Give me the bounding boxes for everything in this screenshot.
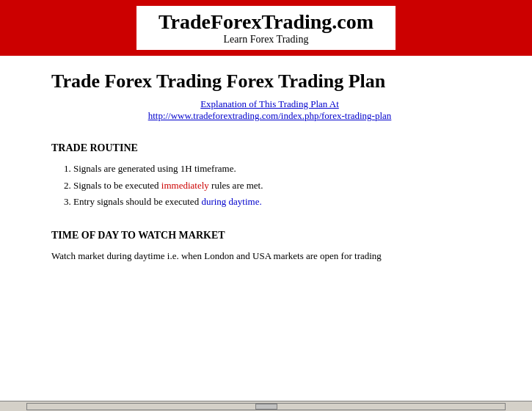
page-main-title: Trade Forex Trading Forex Trading Plan — [51, 70, 488, 92]
header-inner-box: TradeForexTrading.com Learn Forex Tradin… — [136, 6, 396, 50]
time-of-day-body: Watch market during daytime i.e. when Lo… — [51, 249, 488, 263]
site-subtitle: Learn Forex Trading — [158, 34, 374, 46]
site-title: TradeForexTrading.com — [158, 10, 374, 34]
trade-routine-list: Signals are generated using 1H timeframe… — [51, 161, 488, 209]
list-item: Signals are generated using 1H timeframe… — [73, 161, 488, 176]
scrollbar-thumb[interactable] — [255, 404, 277, 410]
explanation-link[interactable]: Explanation of This Trading Plan At http… — [148, 98, 392, 121]
browser-window: TradeForexTrading.com Learn Forex Tradin… — [0, 0, 532, 411]
highlight-immediately: immediately — [161, 180, 209, 191]
scrollbar-track — [26, 403, 506, 410]
highlight-daytime: during daytime. — [201, 196, 261, 207]
header-banner: TradeForexTrading.com Learn Forex Tradin… — [0, 0, 532, 56]
page-content: TradeForexTrading.com Learn Forex Tradin… — [0, 0, 532, 401]
explanation-container: Explanation of This Trading Plan At http… — [51, 98, 488, 122]
trade-routine-heading: TRADE ROUTINE — [51, 142, 488, 154]
list-item: Entry signals should be executed during … — [73, 194, 488, 209]
list-item: Signals to be executed immediately rules… — [73, 178, 488, 193]
horizontal-scrollbar[interactable] — [0, 401, 532, 411]
time-of-day-heading: TIME OF DAY TO WATCH MARKET — [51, 230, 488, 241]
main-content: Trade Forex Trading Forex Trading Plan E… — [0, 56, 532, 277]
